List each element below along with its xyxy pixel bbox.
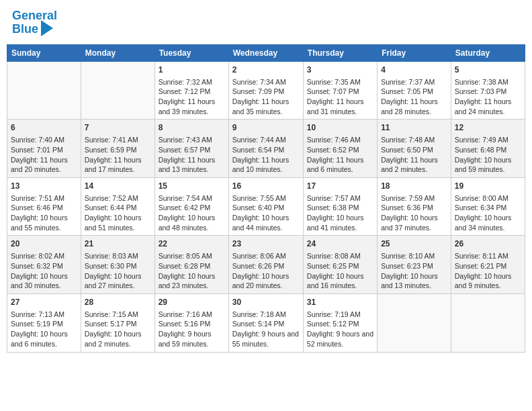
calendar-cell: 28Sunrise: 7:15 AMSunset: 5:17 PMDayligh… (81, 293, 154, 352)
day-number: 17 (307, 181, 373, 192)
calendar-cell: 24Sunrise: 8:08 AMSunset: 6:25 PMDayligh… (303, 236, 377, 294)
day-number: 10 (307, 122, 373, 134)
calendar-cell: 15Sunrise: 7:54 AMSunset: 6:42 PMDayligh… (154, 177, 228, 236)
day-info: Sunrise: 7:57 AMSunset: 6:38 PMDaylight:… (307, 193, 373, 233)
calendar-cell: 30Sunrise: 7:18 AMSunset: 5:14 PMDayligh… (228, 293, 303, 352)
calendar-cell: 4Sunrise: 7:37 AMSunset: 7:05 PMDaylight… (378, 61, 451, 120)
day-info: Sunrise: 7:46 AMSunset: 6:52 PMDaylight:… (307, 135, 373, 175)
calendar-cell (451, 293, 525, 352)
calendar-cell: 3Sunrise: 7:35 AMSunset: 7:07 PMDaylight… (303, 61, 377, 120)
day-number: 26 (455, 238, 521, 250)
day-info: Sunrise: 7:16 AMSunset: 5:16 PMDaylight:… (159, 310, 225, 349)
day-info: Sunrise: 8:11 AMSunset: 6:21 PMDaylight:… (455, 251, 521, 291)
day-number: 7 (85, 122, 151, 134)
day-info: Sunrise: 8:06 AMSunset: 6:26 PMDaylight:… (232, 251, 300, 291)
day-number: 3 (307, 64, 373, 76)
calendar-cell: 27Sunrise: 7:13 AMSunset: 5:19 PMDayligh… (7, 293, 81, 352)
column-header-thursday: Thursday (303, 44, 377, 61)
calendar-cell: 20Sunrise: 8:02 AMSunset: 6:32 PMDayligh… (7, 236, 81, 294)
day-info: Sunrise: 7:52 AMSunset: 6:44 PMDaylight:… (85, 193, 151, 233)
day-info: Sunrise: 7:55 AMSunset: 6:40 PMDaylight:… (232, 193, 300, 233)
day-number: 1 (159, 64, 225, 76)
logo-arrow-icon (41, 20, 53, 36)
day-info: Sunrise: 8:02 AMSunset: 6:32 PMDaylight:… (11, 251, 77, 291)
calendar-cell: 1Sunrise: 7:32 AMSunset: 7:12 PMDaylight… (154, 61, 228, 120)
day-number: 13 (11, 181, 77, 192)
day-number: 24 (307, 238, 373, 250)
calendar-cell: 31Sunrise: 7:19 AMSunset: 5:12 PMDayligh… (303, 293, 377, 352)
calendar-cell: 12Sunrise: 7:49 AMSunset: 6:48 PMDayligh… (451, 120, 525, 178)
day-info: Sunrise: 7:48 AMSunset: 6:50 PMDaylight:… (381, 135, 447, 175)
calendar-week-2: 6Sunrise: 7:40 AMSunset: 7:01 PMDaylight… (7, 120, 525, 178)
page-header: General Blue (7, 7, 525, 39)
day-number: 12 (455, 122, 521, 134)
day-number: 6 (11, 122, 77, 134)
column-header-monday: Monday (81, 44, 154, 61)
column-header-friday: Friday (378, 44, 451, 61)
day-number: 30 (232, 297, 300, 308)
calendar-week-1: 1Sunrise: 7:32 AMSunset: 7:12 PMDaylight… (7, 61, 525, 120)
calendar-cell: 17Sunrise: 7:57 AMSunset: 6:38 PMDayligh… (303, 177, 377, 236)
calendar-cell: 13Sunrise: 7:51 AMSunset: 6:46 PMDayligh… (7, 177, 81, 236)
calendar-cell: 22Sunrise: 8:05 AMSunset: 6:28 PMDayligh… (154, 236, 228, 294)
day-number: 4 (381, 64, 447, 76)
calendar-cell: 21Sunrise: 8:03 AMSunset: 6:30 PMDayligh… (81, 236, 154, 294)
day-info: Sunrise: 7:59 AMSunset: 6:36 PMDaylight:… (381, 193, 447, 233)
calendar-header-row: SundayMondayTuesdayWednesdayThursdayFrid… (7, 44, 525, 61)
day-number: 11 (381, 122, 447, 134)
day-number: 18 (381, 181, 447, 192)
calendar-cell: 26Sunrise: 8:11 AMSunset: 6:21 PMDayligh… (451, 236, 525, 294)
day-number: 8 (159, 122, 225, 134)
day-number: 29 (159, 297, 225, 308)
day-number: 19 (455, 181, 521, 192)
calendar-week-3: 13Sunrise: 7:51 AMSunset: 6:46 PMDayligh… (7, 177, 525, 236)
calendar-cell: 19Sunrise: 8:00 AMSunset: 6:34 PMDayligh… (451, 177, 525, 236)
column-header-tuesday: Tuesday (154, 44, 228, 61)
calendar-cell: 23Sunrise: 8:06 AMSunset: 6:26 PMDayligh… (228, 236, 303, 294)
day-number: 15 (159, 181, 225, 192)
day-number: 9 (232, 122, 300, 134)
day-info: Sunrise: 8:08 AMSunset: 6:25 PMDaylight:… (307, 251, 373, 291)
calendar-cell: 7Sunrise: 7:41 AMSunset: 6:59 PMDaylight… (81, 120, 154, 178)
calendar-cell: 6Sunrise: 7:40 AMSunset: 7:01 PMDaylight… (7, 120, 81, 178)
calendar-cell: 29Sunrise: 7:16 AMSunset: 5:16 PMDayligh… (154, 293, 228, 352)
column-header-wednesday: Wednesday (228, 44, 303, 61)
day-number: 2 (232, 64, 300, 76)
day-number: 31 (307, 297, 373, 308)
day-number: 14 (85, 181, 151, 192)
day-info: Sunrise: 7:49 AMSunset: 6:48 PMDaylight:… (455, 135, 521, 175)
day-info: Sunrise: 7:54 AMSunset: 6:42 PMDaylight:… (159, 193, 225, 233)
day-number: 5 (455, 64, 521, 76)
day-info: Sunrise: 8:10 AMSunset: 6:23 PMDaylight:… (381, 251, 447, 291)
calendar-cell (7, 61, 81, 120)
day-info: Sunrise: 7:43 AMSunset: 6:57 PMDaylight:… (159, 135, 225, 175)
day-info: Sunrise: 7:19 AMSunset: 5:12 PMDaylight:… (307, 310, 373, 349)
day-number: 16 (232, 181, 300, 192)
logo: General Blue (12, 9, 57, 36)
calendar-week-4: 20Sunrise: 8:02 AMSunset: 6:32 PMDayligh… (7, 236, 525, 294)
day-info: Sunrise: 7:34 AMSunset: 7:09 PMDaylight:… (232, 77, 300, 117)
calendar-cell: 16Sunrise: 7:55 AMSunset: 6:40 PMDayligh… (228, 177, 303, 236)
day-info: Sunrise: 8:05 AMSunset: 6:28 PMDaylight:… (159, 251, 225, 291)
column-header-sunday: Sunday (7, 44, 81, 61)
day-number: 22 (159, 238, 225, 250)
day-number: 28 (85, 297, 151, 308)
day-number: 27 (11, 297, 77, 308)
day-info: Sunrise: 7:41 AMSunset: 6:59 PMDaylight:… (85, 135, 151, 175)
calendar-cell: 5Sunrise: 7:38 AMSunset: 7:03 PMDaylight… (451, 61, 525, 120)
calendar-cell: 25Sunrise: 8:10 AMSunset: 6:23 PMDayligh… (378, 236, 451, 294)
calendar-cell: 2Sunrise: 7:34 AMSunset: 7:09 PMDaylight… (228, 61, 303, 120)
calendar-cell (378, 293, 451, 352)
day-info: Sunrise: 7:15 AMSunset: 5:17 PMDaylight:… (85, 310, 151, 349)
day-info: Sunrise: 7:37 AMSunset: 7:05 PMDaylight:… (381, 77, 447, 117)
day-info: Sunrise: 7:32 AMSunset: 7:12 PMDaylight:… (159, 77, 225, 117)
logo-blue: Blue (12, 23, 38, 36)
day-info: Sunrise: 8:03 AMSunset: 6:30 PMDaylight:… (85, 251, 151, 291)
day-info: Sunrise: 7:51 AMSunset: 6:46 PMDaylight:… (11, 193, 77, 233)
calendar-cell: 10Sunrise: 7:46 AMSunset: 6:52 PMDayligh… (303, 120, 377, 178)
calendar-cell: 9Sunrise: 7:44 AMSunset: 6:54 PMDaylight… (228, 120, 303, 178)
column-header-saturday: Saturday (451, 44, 525, 61)
calendar-cell: 14Sunrise: 7:52 AMSunset: 6:44 PMDayligh… (81, 177, 154, 236)
day-number: 25 (381, 238, 447, 250)
calendar-cell: 11Sunrise: 7:48 AMSunset: 6:50 PMDayligh… (378, 120, 451, 178)
